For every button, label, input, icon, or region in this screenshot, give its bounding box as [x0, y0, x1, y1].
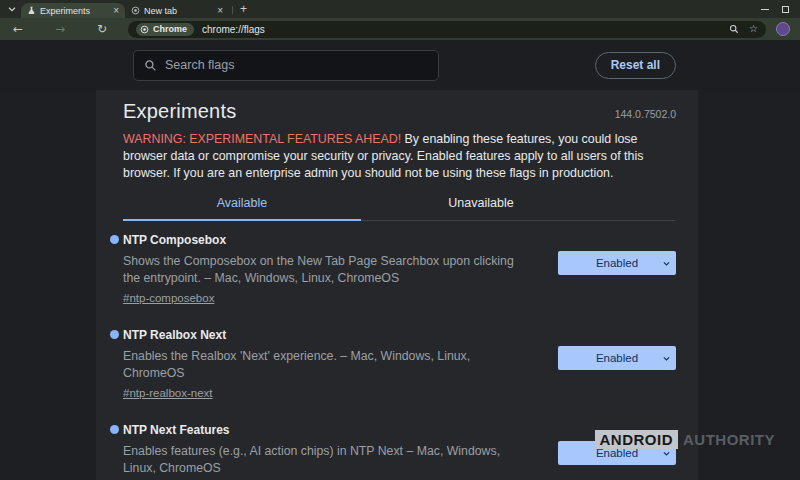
tab-available[interactable]: Available — [123, 196, 361, 221]
tab-search-button[interactable] — [5, 2, 19, 16]
version-number: 144.0.7502.0 — [615, 108, 676, 123]
close-tab-icon[interactable]: × — [113, 6, 119, 16]
search-lens-icon[interactable] — [729, 24, 739, 34]
chevron-down-icon — [662, 258, 671, 270]
flask-icon — [27, 6, 36, 15]
flag-title: NTP Realbox Next — [123, 328, 532, 342]
blue-dot-icon — [110, 235, 119, 244]
reset-all-button[interactable]: Reset all — [595, 52, 676, 79]
bookmark-star-icon[interactable]: ☆ — [749, 24, 758, 34]
chrome-logo-icon — [140, 25, 149, 34]
flag-row-ntp-next-features: NTP Next Features Enables features (e.g.… — [110, 423, 676, 480]
flag-row-ntp-realbox-next: NTP Realbox Next Enables the Realbox 'Ne… — [110, 328, 676, 401]
watermark-text: AUTHORITY — [683, 431, 775, 448]
search-flags-input[interactable] — [165, 58, 428, 72]
warning-text: WARNING: EXPERIMENTAL FEATURES AHEAD! By… — [123, 131, 675, 182]
flag-title: NTP Next Features — [123, 423, 532, 437]
flags-list: NTP Composebox Shows the Composebox on t… — [110, 233, 676, 480]
flag-permalink[interactable]: #ntp-realbox-next — [123, 387, 213, 399]
chevron-down-icon — [7, 4, 17, 14]
minimize-icon — [761, 9, 769, 10]
tab-experiments[interactable]: Experiments × — [21, 3, 125, 18]
watermark-badge: ANDROID — [595, 430, 679, 449]
tab-new-tab[interactable]: New tab × — [125, 3, 229, 18]
search-icon — [144, 59, 157, 72]
android-authority-watermark: ANDROID AUTHORITY — [595, 430, 776, 449]
flag-row-ntp-composebox: NTP Composebox Shows the Composebox on t… — [110, 233, 676, 306]
maximize-button[interactable] — [781, 5, 790, 14]
flags-header: Reset all — [0, 40, 800, 90]
window-controls — [760, 0, 800, 14]
flag-description: Enables features (e.g., AI action chips)… — [123, 443, 532, 476]
flag-value-dropdown[interactable]: Enabled — [558, 251, 676, 275]
forward-button[interactable]: → — [52, 23, 68, 35]
chevron-down-icon — [662, 448, 671, 460]
dropdown-value: Enabled — [596, 257, 638, 269]
page-title: Experiments — [123, 100, 236, 123]
tab-title: Experiments — [40, 6, 113, 16]
reload-button[interactable]: ↻ — [94, 23, 110, 35]
dropdown-value: Enabled — [596, 352, 638, 364]
flag-indicator-column — [110, 233, 123, 306]
flag-value-dropdown[interactable]: Enabled — [558, 346, 676, 370]
flag-permalink[interactable]: #ntp-composebox — [123, 292, 214, 304]
flag-main: NTP Composebox Shows the Composebox on t… — [123, 233, 558, 306]
tab-divider — [232, 6, 233, 14]
flag-indicator-column — [110, 423, 123, 480]
new-tab-button[interactable]: + — [240, 3, 247, 15]
flag-control-column: Enabled — [558, 233, 676, 306]
minimize-button[interactable] — [760, 5, 769, 14]
experiments-card: Experiments 144.0.7502.0 WARNING: EXPERI… — [96, 90, 698, 480]
chrome-badge-label: Chrome — [153, 24, 187, 34]
maximize-icon — [782, 6, 789, 13]
page-background: Experiments 144.0.7502.0 WARNING: EXPERI… — [0, 90, 800, 480]
card-header: Experiments 144.0.7502.0 — [110, 100, 676, 123]
flag-description: Enables the Realbox 'Next' experience. –… — [123, 348, 532, 381]
flags-search-box[interactable] — [133, 50, 439, 81]
tab-title: New tab — [144, 6, 217, 16]
chrome-badge[interactable]: Chrome — [136, 23, 194, 36]
profile-avatar[interactable] — [776, 22, 790, 36]
tab-bar: Experiments × New tab × + — [0, 0, 800, 18]
warning-highlight: WARNING: EXPERIMENTAL FEATURES AHEAD! — [123, 132, 401, 146]
back-button[interactable]: ← — [10, 23, 26, 35]
browser-toolbar: ← → ↻ Chrome chrome://flags ☆ — [0, 18, 800, 40]
flag-description: Shows the Composebox on the New Tab Page… — [123, 253, 532, 286]
url-text: chrome://flags — [202, 24, 265, 35]
globe-icon — [131, 6, 140, 15]
chevron-down-icon — [662, 353, 671, 365]
flag-main: NTP Next Features Enables features (e.g.… — [123, 423, 558, 480]
flag-indicator-column — [110, 328, 123, 401]
address-bar[interactable]: Chrome chrome://flags ☆ — [128, 21, 766, 38]
blue-dot-icon — [110, 330, 119, 339]
tab-unavailable[interactable]: Unavailable — [361, 196, 601, 220]
flag-control-column: Enabled — [558, 328, 676, 401]
close-tab-icon[interactable]: × — [217, 6, 223, 16]
flag-title: NTP Composebox — [123, 233, 532, 247]
availability-tabs: Available Unavailable — [123, 196, 675, 221]
blue-dot-icon — [110, 425, 119, 434]
flag-main: NTP Realbox Next Enables the Realbox 'Ne… — [123, 328, 558, 401]
